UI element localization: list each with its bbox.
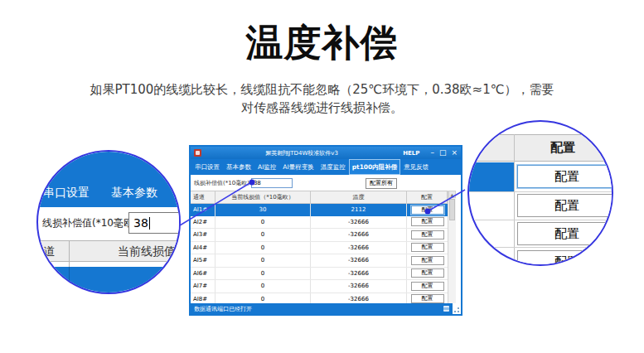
page-description: 如果PT100的线缆比较长，线缆阻抗不能忽略（25℃环境下，0.38欧≈1℃），… bbox=[0, 80, 644, 117]
configure-button-magnified: 配置 bbox=[517, 194, 613, 217]
minimize-icon[interactable]: – bbox=[430, 149, 434, 157]
tab-serial-settings[interactable]: 串口设置 bbox=[191, 159, 223, 175]
table-row[interactable]: AI5# 0 -32666 配置 bbox=[191, 254, 448, 268]
cell-temperature: -32666 bbox=[311, 268, 407, 280]
left-callout-filter-label: 线损补偿值(*10毫欧) bbox=[42, 216, 138, 230]
left-callout-tab-serial: 串口设置 bbox=[43, 186, 90, 201]
cell-channel: AI5# bbox=[191, 254, 215, 267]
configure-button[interactable]: 配置 bbox=[411, 282, 444, 291]
window-title: 聚英翱翔JTD4W校准软件v3 bbox=[204, 149, 399, 157]
cell-line-loss: 0 bbox=[215, 242, 311, 254]
cell-line-loss: 0 bbox=[215, 229, 311, 241]
configure-all-button[interactable]: 配置所有 bbox=[366, 178, 397, 189]
scrollbar[interactable]: ▲ ▼ bbox=[448, 191, 456, 311]
table-row[interactable]: AI1# 30 2112 配置 bbox=[191, 204, 448, 216]
cell-channel: AI6# bbox=[191, 268, 215, 280]
left-callout-header-channel: 通道 bbox=[36, 244, 55, 259]
table-header-row: 通道 当前线损值（*10毫欧） 温度 配置 bbox=[191, 191, 448, 204]
table-row[interactable]: AI7# 0 -32666 配置 bbox=[191, 280, 448, 293]
configure-button[interactable]: 配置 bbox=[411, 206, 444, 215]
app-window: 聚英翱翔JTD4W校准软件v3 HELP – □ × 串口设置 基本参数 AI监… bbox=[189, 145, 462, 316]
column-divider bbox=[514, 134, 515, 264]
cell-temperature: 2112 bbox=[311, 204, 407, 216]
tab-bar: 串口设置 基本参数 AI监控 AI量程变换 温度监控 pt100内阻补偿 意见反… bbox=[191, 159, 461, 175]
serial-port-icon bbox=[443, 306, 449, 312]
channel-table: 通道 当前线损值（*10毫欧） 温度 配置 AI1# 30 2112 配置 AI… bbox=[191, 191, 461, 311]
cell-temperature: -32666 bbox=[311, 242, 407, 254]
cell-temperature: -32666 bbox=[311, 254, 407, 267]
description-line-1: 如果PT100的线缆比较长，线缆阻抗不能忽略（25℃环境下，0.38欧≈1℃），… bbox=[90, 82, 554, 97]
right-callout-header: 配置 bbox=[469, 134, 612, 162]
header-temperature: 温度 bbox=[311, 191, 407, 203]
configure-button[interactable]: 配置 bbox=[411, 294, 444, 303]
configure-button[interactable]: 配置 bbox=[411, 268, 444, 278]
configure-button-magnified: 配置 bbox=[517, 222, 613, 245]
scroll-up-icon[interactable]: ▲ bbox=[448, 191, 456, 198]
table-row[interactable]: AI4# 0 -32666 配置 bbox=[191, 242, 448, 255]
cell-line-loss: 30 bbox=[215, 204, 311, 216]
status-bar: 数据通讯端口已经打开 bbox=[191, 303, 461, 314]
left-callout-table-header: 通道 当前线损值 bbox=[38, 240, 179, 262]
table-row[interactable]: AI6# 0 -32666 配置 bbox=[191, 268, 448, 281]
configure-button[interactable]: 配置 bbox=[411, 256, 444, 265]
configure-button-magnified: 配置 bbox=[517, 250, 613, 266]
compensation-label: 线损补偿值(*10毫欧) bbox=[194, 179, 249, 187]
text-cursor-icon bbox=[149, 217, 150, 230]
right-callout-header-configure: 配置 bbox=[514, 140, 612, 156]
left-callout-tab-basic: 基本参数 bbox=[111, 186, 157, 201]
left-callout-header-line-loss: 当前线损值 bbox=[118, 244, 176, 259]
header-line-loss: 当前线损值（*10毫欧） bbox=[215, 191, 311, 203]
left-callout-tabbar: 串口设置 基本参数 bbox=[38, 152, 179, 207]
tab-temperature-monitor[interactable]: 温度监控 bbox=[317, 159, 349, 175]
help-menu[interactable]: HELP bbox=[403, 150, 419, 157]
page: 温度补偿 如果PT100的线缆比较长，线缆阻抗不能忽略（25℃环境下，0.38欧… bbox=[0, 0, 644, 353]
header-channel: 通道 bbox=[191, 191, 215, 203]
tab-basic-params[interactable]: 基本参数 bbox=[223, 159, 254, 175]
configure-button[interactable]: 配置 bbox=[411, 217, 444, 226]
cell-line-loss: 0 bbox=[215, 216, 311, 229]
left-callout-input: 38 bbox=[128, 212, 181, 234]
app-icon bbox=[194, 149, 201, 157]
cell-line-loss: 0 bbox=[215, 268, 311, 280]
titlebar: 聚英翱翔JTD4W校准软件v3 HELP – □ × bbox=[191, 147, 461, 159]
cell-channel: AI1# bbox=[191, 204, 215, 216]
table-row[interactable]: AI3# 0 -32666 配置 bbox=[191, 229, 448, 242]
cell-channel: AI7# bbox=[191, 280, 215, 293]
compensation-toolbar: 线损补偿值(*10毫欧) bbox=[191, 175, 461, 191]
header-configure: 配置 bbox=[407, 191, 448, 203]
cell-line-loss: 0 bbox=[215, 254, 311, 267]
description-line-2: 对传感器线缆进行线损补偿。 bbox=[241, 100, 403, 115]
status-text: 数据通讯端口已经打开 bbox=[194, 305, 443, 313]
tab-pt100-compensation[interactable]: pt100内阻补偿 bbox=[349, 159, 401, 175]
page-title: 温度补偿 bbox=[0, 18, 644, 68]
cell-temperature: -32666 bbox=[311, 216, 407, 229]
scrollbar-thumb[interactable] bbox=[449, 199, 455, 220]
tab-ai-range-convert[interactable]: AI量程变换 bbox=[279, 159, 317, 175]
right-callout-selected-cell bbox=[469, 162, 514, 191]
compensation-input[interactable] bbox=[251, 178, 293, 188]
table-row[interactable]: AI2# 0 -32666 配置 bbox=[191, 216, 448, 230]
left-callout: 串口设置 基本参数 线损补偿值(*10毫欧) 38 通道 当前线损值 bbox=[36, 150, 181, 294]
cell-channel: AI4# bbox=[191, 242, 215, 254]
left-callout-selected-row bbox=[38, 267, 179, 293]
cell-line-loss: 0 bbox=[215, 280, 311, 293]
maximize-icon[interactable]: □ bbox=[439, 149, 447, 157]
resize-grip[interactable] bbox=[453, 303, 461, 314]
cell-temperature: -32666 bbox=[311, 280, 407, 293]
cell-channel: AI2# bbox=[191, 216, 215, 229]
tab-feedback[interactable]: 意见反馈 bbox=[400, 159, 432, 175]
cell-temperature: -32666 bbox=[311, 229, 407, 241]
configure-button-magnified: 配置 bbox=[517, 165, 613, 188]
configure-button[interactable]: 配置 bbox=[411, 243, 444, 252]
right-callout: 配置 配置 配置 配置 配置 bbox=[467, 120, 613, 266]
cell-channel: AI3# bbox=[191, 229, 215, 241]
configure-button[interactable]: 配置 bbox=[411, 230, 444, 239]
close-icon[interactable]: × bbox=[451, 149, 458, 157]
tab-ai-monitor[interactable]: AI监控 bbox=[254, 159, 279, 175]
